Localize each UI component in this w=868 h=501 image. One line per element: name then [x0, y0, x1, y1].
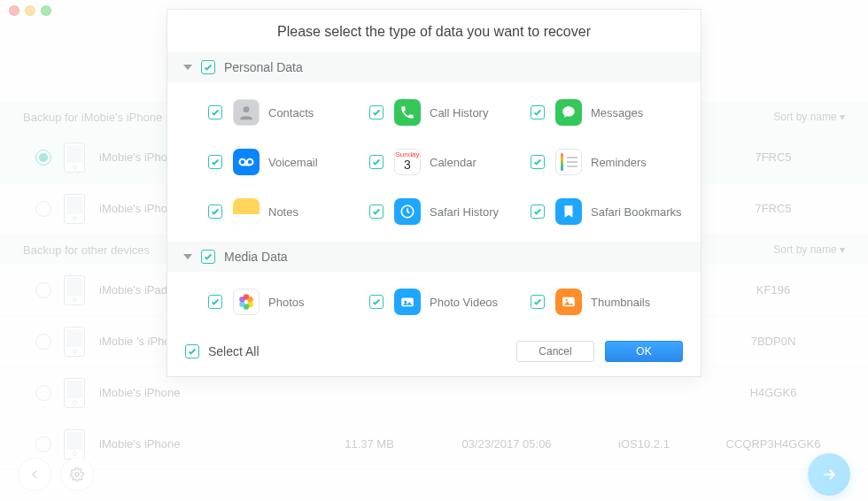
checkbox[interactable] [369, 155, 384, 169]
data-type-label: Photos [268, 296, 304, 309]
thumbnails-icon [555, 289, 582, 315]
data-type-label: Messages [591, 106, 643, 119]
data-type-photos[interactable]: Photos [208, 277, 369, 327]
data-type-notes[interactable]: Notes [208, 187, 369, 236]
select-all-checkbox[interactable] [185, 344, 199, 358]
select-all-toggle[interactable]: Select All [185, 344, 260, 358]
data-type-safari-history[interactable]: Safari History [369, 187, 531, 236]
ok-button[interactable]: OK [605, 341, 683, 362]
checkbox[interactable] [208, 204, 222, 219]
data-type-label: Contacts [268, 106, 314, 119]
safari-bookmarks-icon [555, 198, 582, 225]
checkbox[interactable] [369, 295, 384, 309]
checkbox[interactable] [201, 250, 215, 264]
data-type-messages[interactable]: Messages [531, 88, 692, 137]
data-type-label: Photo Videos [430, 296, 498, 309]
svg-point-6 [247, 297, 252, 302]
photo-videos-icon [394, 289, 421, 315]
category-label: Personal Data [224, 60, 303, 74]
data-type-safari-bookmarks[interactable]: Safari Bookmarks [531, 187, 692, 236]
checkbox[interactable] [208, 155, 222, 169]
chevron-down-icon [183, 254, 192, 259]
svg-point-14 [566, 299, 568, 301]
checkbox[interactable] [531, 155, 545, 169]
data-type-label: Thumbnails [591, 296, 650, 309]
checkbox[interactable] [369, 204, 384, 219]
svg-point-1 [244, 106, 250, 112]
call-history-icon [394, 99, 421, 126]
data-type-voicemail[interactable]: Voicemail [208, 137, 369, 187]
svg-point-10 [239, 297, 244, 302]
data-type-label: Safari Bookmarks [591, 205, 682, 219]
data-type-label: Call History [430, 106, 488, 119]
select-all-label: Select All [208, 344, 260, 358]
reminders-icon [555, 149, 582, 175]
category-header[interactable]: Personal Data [167, 52, 701, 82]
checkbox[interactable] [531, 105, 545, 119]
modal-title: Please select the type of data you want … [167, 10, 701, 52]
category-label: Media Data [224, 250, 288, 264]
voicemail-icon [233, 149, 260, 175]
category-header[interactable]: Media Data [167, 242, 701, 272]
data-type-label: Notes [268, 205, 298, 219]
calendar-icon: Sunday3 [394, 149, 421, 175]
safari-history-icon [394, 198, 421, 225]
recover-data-modal: Please select the type of data you want … [167, 9, 701, 377]
data-type-label: Voicemail [268, 156, 318, 169]
data-type-label: Reminders [591, 156, 647, 169]
contacts-icon [233, 99, 260, 126]
messages-icon [555, 99, 582, 126]
data-type-label: Calendar [430, 156, 477, 169]
data-type-call-history[interactable]: Call History [369, 88, 531, 137]
chevron-down-icon [183, 65, 192, 70]
checkbox[interactable] [208, 295, 222, 309]
cancel-button[interactable]: Cancel [516, 341, 594, 362]
data-type-label: Safari History [430, 205, 499, 219]
svg-point-9 [239, 302, 244, 307]
notes-icon [233, 198, 260, 225]
checkbox[interactable] [201, 60, 215, 74]
data-type-calendar[interactable]: Sunday3Calendar [369, 137, 531, 187]
checkbox[interactable] [531, 204, 545, 219]
checkbox[interactable] [531, 295, 545, 309]
data-type-photo-videos[interactable]: Photo Videos [369, 277, 531, 327]
checkbox[interactable] [369, 105, 384, 119]
data-type-reminders[interactable]: Reminders [531, 137, 692, 187]
photos-icon [233, 289, 260, 315]
svg-rect-11 [401, 298, 414, 307]
data-type-contacts[interactable]: Contacts [208, 88, 369, 137]
checkbox[interactable] [208, 105, 222, 119]
data-type-thumbnails[interactable]: Thumbnails [531, 277, 692, 327]
